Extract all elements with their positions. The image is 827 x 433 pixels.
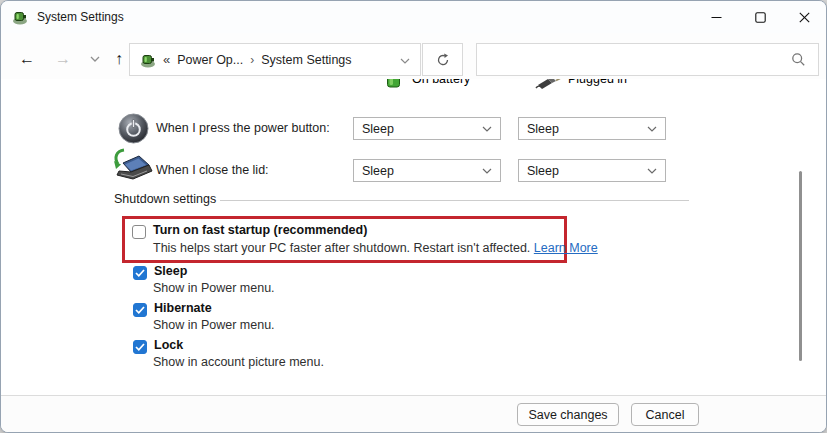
minimize-button[interactable] — [694, 1, 738, 33]
search-icon — [791, 52, 806, 67]
close-lid-plugged-in-select[interactable]: Sleep — [518, 159, 666, 182]
close-button[interactable] — [782, 1, 826, 33]
sleep-description: Show in Power menu. — [153, 281, 275, 295]
window-title: System Settings — [37, 10, 124, 24]
cancel-button[interactable]: Cancel — [631, 403, 699, 426]
power-button-icon — [118, 113, 149, 144]
search-box — [476, 43, 819, 76]
group-separator-line — [220, 200, 689, 201]
refresh-icon — [436, 53, 450, 67]
minimize-icon — [711, 12, 722, 23]
close-lid-on-battery-select[interactable]: Sleep — [353, 159, 501, 182]
laptop-lid-icon — [109, 147, 153, 185]
combo-value: Sleep — [362, 164, 394, 178]
combo-value: Sleep — [362, 122, 394, 136]
maximize-button[interactable] — [738, 1, 782, 33]
address-bar[interactable]: « Power Op... › System Settings — [129, 43, 421, 76]
dialog-footer: Save changes Cancel — [1, 395, 826, 433]
fast-startup-label[interactable]: Turn on fast startup (recommended) — [153, 223, 367, 237]
settings-content: On battery Plugged in When I press the p… — [1, 79, 826, 395]
learn-more-link[interactable]: Learn More — [534, 241, 598, 255]
chevron-down-icon — [482, 168, 492, 174]
power-options-icon — [12, 9, 28, 25]
window-controls — [694, 1, 826, 33]
fast-startup-checkbox[interactable] — [132, 225, 146, 239]
lock-checkbox[interactable] — [133, 340, 147, 354]
close-icon — [799, 12, 810, 23]
search-input[interactable] — [485, 44, 785, 75]
fast-startup-description-text: This helps start your PC faster after sh… — [153, 241, 530, 255]
combo-value: Sleep — [527, 122, 559, 136]
address-dropdown-button[interactable] — [400, 53, 410, 67]
breadcrumb-overflow-chevron[interactable]: « — [163, 52, 170, 67]
sleep-checkbox[interactable] — [133, 266, 147, 280]
system-settings-window: System Settings ← → ↑ « — [0, 0, 827, 433]
chevron-down-icon — [647, 126, 657, 132]
hibernate-label[interactable]: Hibernate — [154, 301, 212, 315]
battery-icon — [386, 79, 401, 88]
save-changes-button[interactable]: Save changes — [517, 403, 619, 426]
power-button-on-battery-select[interactable]: Sleep — [353, 117, 501, 140]
fast-startup-description: This helps start your PC faster after sh… — [153, 241, 598, 255]
column-header-on-battery: On battery — [412, 79, 470, 86]
breadcrumb-separator: › — [250, 53, 254, 67]
breadcrumb-item-current[interactable]: System Settings — [261, 53, 351, 67]
refresh-button[interactable] — [422, 43, 463, 76]
maximize-icon — [755, 12, 766, 23]
title-bar: System Settings — [1, 1, 826, 33]
chevron-down-icon — [482, 126, 492, 132]
combo-value: Sleep — [527, 164, 559, 178]
power-button-plugged-in-select[interactable]: Sleep — [518, 117, 666, 140]
close-lid-row-label: When I close the lid: — [156, 163, 269, 177]
plug-icon — [535, 79, 561, 89]
sleep-label[interactable]: Sleep — [154, 264, 187, 278]
checkmark-icon — [135, 306, 145, 314]
breadcrumb-item-power-options[interactable]: Power Op... — [177, 53, 243, 67]
chevron-down-icon — [647, 168, 657, 174]
shutdown-settings-group-label: Shutdown settings — [114, 192, 216, 206]
checkmark-icon — [135, 343, 145, 351]
power-button-row-label: When I press the power button: — [156, 121, 330, 135]
lock-label[interactable]: Lock — [154, 338, 183, 352]
vertical-scrollbar-thumb[interactable] — [799, 171, 802, 361]
lock-description: Show in account picture menu. — [153, 355, 324, 369]
column-header-plugged-in: Plugged in — [568, 79, 627, 86]
power-options-icon — [140, 52, 156, 68]
chevron-down-icon — [400, 58, 410, 64]
checkmark-icon — [135, 269, 145, 277]
hibernate-description: Show in Power menu. — [153, 318, 275, 332]
hibernate-checkbox[interactable] — [133, 303, 147, 317]
